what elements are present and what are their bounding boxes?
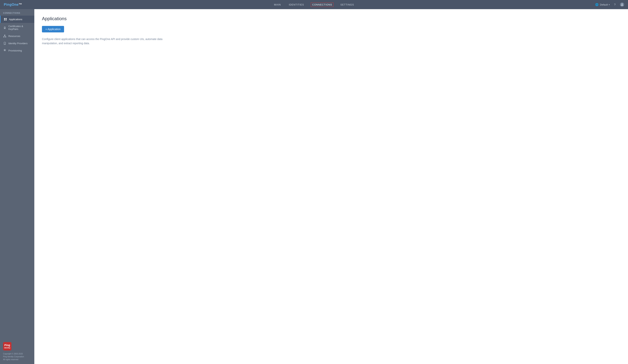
sidebar-item-provisioning[interactable]: Provisioning (0, 47, 34, 54)
svg-point-4 (4, 27, 5, 28)
logo-one: One (12, 3, 19, 6)
nav-links: MAIN IDENTITIES CONNECTIONS SETTINGS (273, 2, 355, 7)
ping-logo-top: Ping (4, 344, 10, 347)
sidebar-section-label: CONNECTIONS (0, 9, 34, 16)
identity-providers-icon (3, 42, 6, 45)
logo-text: PingOne™ (4, 3, 22, 7)
sidebar-item-certificates[interactable]: Certificates & KeyPairs (0, 23, 34, 32)
globe-icon: 🌐 (595, 2, 599, 7)
applications-icon (4, 17, 7, 21)
main-content: Applications + Application Configure cli… (34, 9, 628, 364)
sidebar-footer: Ping Identity Copyright © 2003-2020 Ping… (0, 339, 34, 364)
user-button[interactable] (620, 2, 624, 7)
svg-rect-0 (4, 18, 5, 19)
svg-point-7 (5, 37, 6, 37)
globe-selector[interactable]: 🌐 Default ▾ (595, 2, 610, 7)
nav-identities[interactable]: IDENTITIES (288, 2, 305, 7)
sidebar-item-certificates-label: Certificates & KeyPairs (8, 25, 31, 30)
ping-logo-bottom: Identity (4, 347, 10, 349)
sidebar-item-resources-label: Resources (8, 35, 20, 38)
user-icon (620, 2, 624, 7)
svg-rect-3 (5, 19, 6, 20)
sidebar-item-identity-providers[interactable]: Identity Providers (0, 40, 34, 47)
add-application-button[interactable]: + Application (42, 26, 64, 32)
svg-rect-1 (5, 18, 6, 19)
page-title: Applications (42, 16, 620, 21)
svg-rect-2 (4, 19, 5, 20)
sidebar-item-applications-label: Applications (9, 18, 22, 21)
resources-icon (3, 34, 6, 38)
nav-connections[interactable]: CONNECTIONS (311, 2, 333, 7)
logo-ping: Ping (4, 3, 12, 6)
sidebar: CONNECTIONS Applications Certificates & … (0, 9, 34, 364)
svg-line-9 (5, 35, 6, 36)
default-label: Default (600, 3, 608, 6)
nav-right: 🌐 Default ▾ ? (595, 2, 624, 7)
sidebar-item-provisioning-label: Provisioning (8, 49, 22, 52)
logo[interactable]: PingOne™ (4, 3, 22, 7)
svg-line-8 (4, 35, 5, 36)
chevron-down-icon: ▾ (609, 4, 610, 6)
sidebar-item-resources[interactable]: Resources (0, 32, 34, 40)
ping-badge: Ping Identity (3, 342, 11, 351)
nav-settings[interactable]: SETTINGS (339, 2, 355, 7)
footer-copyright: Copyright © 2003-2020 Ping Identity Corp… (3, 352, 31, 361)
description-text: Configure client applications that can a… (42, 37, 175, 46)
layout: CONNECTIONS Applications Certificates & … (0, 9, 628, 364)
svg-point-5 (4, 35, 5, 35)
nav-main[interactable]: MAIN (273, 2, 282, 7)
help-button[interactable]: ? (613, 2, 617, 7)
svg-point-6 (3, 37, 4, 37)
top-nav: PingOne™ MAIN IDENTITIES CONNECTIONS SET… (0, 0, 628, 9)
certificates-icon (3, 26, 6, 29)
question-icon: ? (613, 2, 617, 7)
provisioning-icon (3, 49, 6, 52)
sidebar-item-applications[interactable]: Applications (0, 16, 34, 23)
sidebar-item-identity-providers-label: Identity Providers (8, 42, 27, 45)
